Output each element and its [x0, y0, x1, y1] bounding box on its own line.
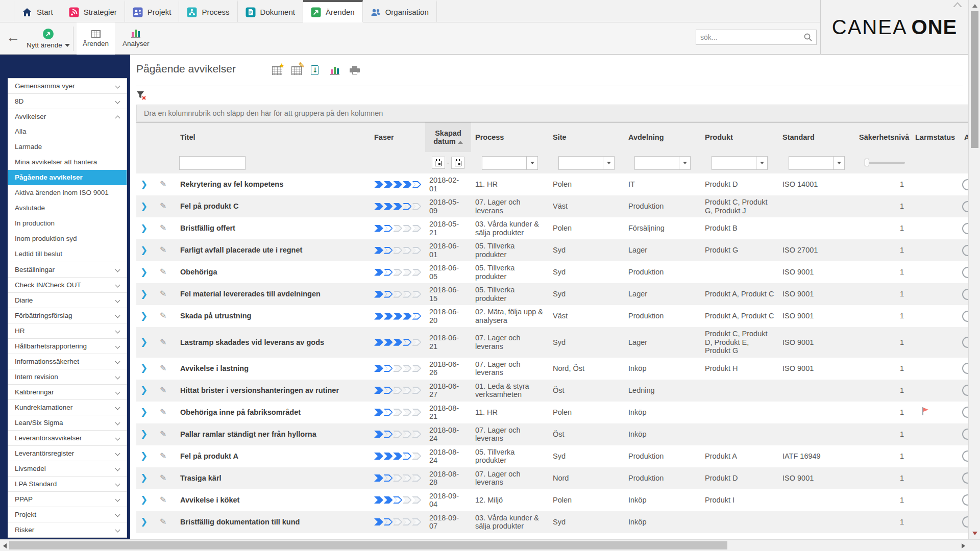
sidebar-item-leverantörsavvikelser[interactable]: Leverantörsavvikelser [8, 430, 127, 445]
date-from-picker[interactable] [432, 157, 445, 169]
tab-ärenden[interactable]: Ärenden [303, 0, 363, 22]
column-header-faser[interactable]: Faser [370, 122, 425, 152]
column-header-process[interactable]: Process [471, 122, 549, 152]
column-header-larmstatus[interactable]: Larmstatus [911, 122, 961, 152]
clear-filter-icon[interactable] [136, 90, 146, 101]
sidebar-item-livsmedel[interactable]: Livsmedel [8, 461, 127, 476]
sidebar-item-larmade[interactable]: Larmade [8, 139, 127, 155]
sidebar-item-pågående-avvikelser[interactable]: Pågående avvikelser [8, 170, 127, 185]
column-header-skapad-datum[interactable]: Skapad datum [425, 122, 471, 152]
case-title[interactable]: Bristfällig dokumentation till kund [176, 511, 370, 533]
edit-pencil-icon[interactable]: ✎ [160, 311, 166, 320]
vertical-scroll-thumb[interactable] [971, 11, 978, 148]
sidebar-item-8d[interactable]: 8D [8, 93, 127, 109]
sidebar-item-ledtid-till-beslut[interactable]: Ledtid till beslut [8, 246, 127, 262]
table-edit-view-icon[interactable]: ✎ [291, 65, 303, 75]
product-filter-select[interactable] [712, 156, 768, 170]
chevron-expand-icon[interactable]: ❯ [140, 223, 148, 233]
scroll-left-icon[interactable] [3, 543, 7, 548]
tab-organisation[interactable]: Organisation [363, 0, 437, 22]
column-header-säkerhetsnivå[interactable]: Säkerhetsnivå [855, 122, 911, 152]
edit-pencil-icon[interactable]: ✎ [160, 429, 166, 439]
site-filter-select[interactable] [558, 156, 615, 170]
edit-pencil-icon[interactable]: ✎ [160, 267, 166, 277]
edit-pencil-icon[interactable]: ✎ [160, 201, 166, 211]
column-header-standard[interactable]: Standard [778, 122, 855, 152]
chevron-expand-icon[interactable]: ❯ [140, 267, 148, 277]
scroll-right-icon[interactable] [962, 543, 965, 548]
chevron-expand-icon[interactable]: ❯ [140, 407, 148, 417]
horizontal-scroll-thumb[interactable] [9, 541, 727, 549]
scroll-down-icon[interactable] [972, 532, 977, 535]
edit-pencil-icon[interactable]: ✎ [160, 363, 166, 373]
standard-filter-select[interactable] [789, 156, 845, 170]
sidebar-item-lpa-standard[interactable]: LPA Standard [8, 476, 127, 491]
scroll-up-icon[interactable] [972, 4, 977, 8]
chevron-expand-icon[interactable]: ❯ [140, 429, 148, 439]
back-arrow-icon[interactable]: ← [6, 30, 20, 45]
sidebar-item-hr[interactable]: HR [8, 323, 127, 338]
sidebar-item-avvikelser[interactable]: Avvikelser [8, 109, 127, 124]
sidebar-item-risker[interactable]: Risker [8, 522, 127, 537]
horizontal-scrollbar[interactable] [0, 539, 980, 551]
sidebar-item-kalibreringar[interactable]: Kalibreringar [8, 384, 127, 399]
column-header-site[interactable]: Site [549, 122, 624, 152]
search-icon[interactable] [803, 32, 813, 42]
chevron-expand-icon[interactable]: ❯ [140, 201, 148, 211]
print-icon[interactable] [350, 65, 361, 75]
analyses-button[interactable]: Analyser [116, 22, 156, 55]
edit-pencil-icon[interactable]: ✎ [160, 337, 166, 347]
chart-icon[interactable] [330, 65, 341, 75]
case-title[interactable]: Obehöriga [176, 261, 370, 283]
sidebar-item-ppap[interactable]: PPAP [8, 491, 127, 507]
column-header-produkt[interactable]: Produkt [701, 122, 778, 152]
case-title[interactable]: Fel på produkt C [176, 195, 370, 217]
vertical-scrollbar[interactable] [968, 0, 980, 539]
case-title[interactable]: Skada på utrustning [176, 305, 370, 327]
edit-pencil-icon[interactable]: ✎ [160, 179, 166, 189]
case-title[interactable]: Avvikelse i lastning [176, 358, 370, 380]
case-title[interactable]: Hittat brister i versionshanteringen av … [176, 380, 370, 402]
process-filter-select[interactable] [482, 156, 538, 170]
case-title[interactable]: Pallar ramlar ständigt ner från hyllorna [176, 423, 370, 445]
sidebar-item-lean-six-sigma[interactable]: Lean/Six Sigma [8, 415, 127, 430]
sidebar-item-informationssäkerhet[interactable]: Informationssäkerhet [8, 354, 127, 369]
table-add-view-icon[interactable]: ★ [272, 65, 283, 75]
department-filter-select[interactable] [634, 156, 691, 170]
chevron-expand-icon[interactable]: ❯ [140, 494, 148, 505]
edit-pencil-icon[interactable]: ✎ [160, 289, 166, 298]
sidebar-item-förbättringsförslag[interactable]: Förbättringsförslag [8, 308, 127, 323]
edit-pencil-icon[interactable]: ✎ [160, 517, 166, 527]
new-case-button[interactable]: Nytt ärende [20, 22, 76, 55]
column-header-a[interactable]: A [961, 122, 968, 152]
sidebar-item-diarie[interactable]: Diarie [8, 292, 127, 308]
tab-strategier[interactable]: Strategier [61, 0, 125, 22]
chevron-expand-icon[interactable]: ❯ [140, 516, 148, 527]
edit-pencil-icon[interactable]: ✎ [160, 407, 166, 417]
tab-dokument[interactable]: Dokument [238, 0, 303, 22]
chevron-expand-icon[interactable]: ❯ [140, 472, 148, 483]
case-title[interactable]: Obehöriga inne på fabriksområdet [176, 402, 370, 423]
case-title[interactable]: Avvikelse i köket [176, 489, 370, 511]
chevron-expand-icon[interactable]: ❯ [140, 385, 148, 395]
sidebar-item-inom-produktion-syd[interactable]: Inom produktion syd [8, 231, 127, 246]
sidebar-item-kundreklamationer[interactable]: Kundreklamationer [8, 399, 127, 415]
sidebar-item-gemensamma-vyer[interactable]: Gemensamma vyer [8, 78, 127, 93]
case-title[interactable]: Farligt avfall placerade ute i regnet [176, 239, 370, 261]
case-title[interactable]: Bristfällig offert [176, 217, 370, 239]
security-level-slider[interactable] [865, 162, 905, 164]
export-file-icon[interactable]: ↓ [311, 65, 322, 75]
sidebar-item-hållbarhetsrapportering[interactable]: Hållbarhetsrapportering [8, 338, 127, 354]
chevron-expand-icon[interactable]: ❯ [140, 337, 148, 347]
tab-process[interactable]: Process [179, 0, 237, 22]
sidebar-item-intern-revision[interactable]: Intern revision [8, 369, 127, 384]
sidebar-item-leverantörsregister[interactable]: Leverantörsregister [8, 445, 127, 461]
case-title[interactable]: Fel material levererades till avdelninge… [176, 283, 370, 305]
tab-start[interactable]: Start [14, 0, 61, 22]
case-title[interactable] [176, 533, 370, 540]
collapse-panel-icon[interactable] [953, 2, 962, 7]
search-input[interactable] [696, 33, 803, 41]
sidebar-item-aktiva-ärenden-inom-iso-9001[interactable]: Aktiva ärenden inom ISO 9001 [8, 185, 127, 201]
sidebar-item-in-production[interactable]: In production [8, 216, 127, 231]
chevron-expand-icon[interactable]: ❯ [140, 311, 148, 321]
